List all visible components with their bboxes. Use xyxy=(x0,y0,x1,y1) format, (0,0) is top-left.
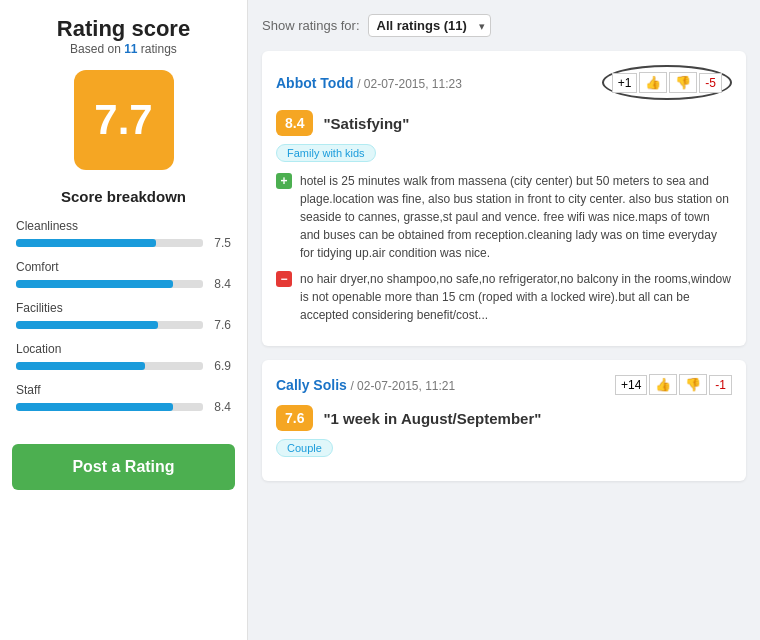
vote-minus-1: -1 xyxy=(709,375,732,395)
right-panel: Show ratings for: All ratings (11) Abbot… xyxy=(248,0,760,640)
bar-fill-cleanliness xyxy=(16,239,156,247)
reviewer-date-1: / 02-07-2015, 11:21 xyxy=(350,379,455,393)
score-breakdown-title: Score breakdown xyxy=(61,188,186,205)
breakdown-item-location: Location 6.9 xyxy=(16,342,231,373)
bar-track-comfort xyxy=(16,280,203,288)
vote-plus-1: +14 xyxy=(615,375,647,395)
bar-score-cleanliness: 7.5 xyxy=(209,236,231,250)
tag-row-0: Family with kids xyxy=(276,144,732,162)
bar-score-location: 6.9 xyxy=(209,359,231,373)
breakdown-label-cleanliness: Cleanliness xyxy=(16,219,231,233)
breakdown-label-location: Location xyxy=(16,342,231,356)
breakdown-item-comfort: Comfort 8.4 xyxy=(16,260,231,291)
thumbs-down-button-1[interactable]: 👎 xyxy=(679,374,707,395)
thumbs-down-button-0[interactable]: 👎 xyxy=(669,72,697,93)
subtitle-pre: Based on xyxy=(70,42,124,56)
filter-select[interactable]: All ratings (11) xyxy=(368,14,491,37)
breakdown-label-facilities: Facilities xyxy=(16,301,231,315)
pos-text-block-0: + hotel is 25 minutes walk from massena … xyxy=(276,172,732,262)
rating-title: Rating score xyxy=(57,16,190,42)
review-score-badge-1: 7.6 xyxy=(276,405,313,431)
neg-text-0: no hair dryer,no shampoo,no safe,no refr… xyxy=(300,270,732,324)
breakdown-item-staff: Staff 8.4 xyxy=(16,383,231,414)
vote-minus-0: -5 xyxy=(699,73,722,93)
score-box: 7.7 xyxy=(74,70,174,170)
vote-container-1: +14 👍 👎 -1 xyxy=(615,374,732,395)
subtitle-count: 11 xyxy=(124,42,137,56)
bar-track-staff xyxy=(16,403,203,411)
thumbs-up-button-0[interactable]: 👍 xyxy=(639,72,667,93)
bar-track-location xyxy=(16,362,203,370)
review-card-1: Cally Solis / 02-07-2015, 11:21 +14 👍 👎 … xyxy=(262,360,746,481)
breakdown-item-cleanliness: Cleanliness 7.5 xyxy=(16,219,231,250)
bar-track-cleanliness xyxy=(16,239,203,247)
thumbs-up-button-1[interactable]: 👍 xyxy=(649,374,677,395)
bar-score-staff: 8.4 xyxy=(209,400,231,414)
tag-row-1: Couple xyxy=(276,439,732,457)
filter-select-wrapper[interactable]: All ratings (11) xyxy=(368,14,491,37)
left-panel: Rating score Based on 11 ratings 7.7 Sco… xyxy=(0,0,248,640)
filter-bar: Show ratings for: All ratings (11) xyxy=(262,14,746,37)
review-score-row-0: 8.4 "Satisfying" xyxy=(276,110,732,136)
post-rating-button[interactable]: Post a Rating xyxy=(12,444,235,490)
breakdown-label-comfort: Comfort xyxy=(16,260,231,274)
bar-track-facilities xyxy=(16,321,203,329)
bar-fill-comfort xyxy=(16,280,173,288)
filter-label: Show ratings for: xyxy=(262,18,360,33)
bar-score-comfort: 8.4 xyxy=(209,277,231,291)
breakdown-item-facilities: Facilities 7.6 xyxy=(16,301,231,332)
review-score-badge-0: 8.4 xyxy=(276,110,313,136)
bar-score-facilities: 7.6 xyxy=(209,318,231,332)
tag-0: Family with kids xyxy=(276,144,376,162)
review-header-0: Abbot Todd / 02-07-2015, 11:23 +1 👍 👎 -5 xyxy=(276,65,732,100)
review-title-1: "1 week in August/September" xyxy=(323,410,541,427)
pos-icon-0: + xyxy=(276,173,292,189)
reviewer-name-date-0: Abbot Todd / 02-07-2015, 11:23 xyxy=(276,75,462,91)
pos-text-0: hotel is 25 minutes walk from massena (c… xyxy=(300,172,732,262)
bar-fill-facilities xyxy=(16,321,158,329)
reviewer-name-0: Abbot Todd xyxy=(276,75,354,91)
review-score-row-1: 7.6 "1 week in August/September" xyxy=(276,405,732,431)
score-number: 7.7 xyxy=(94,96,152,144)
vote-circle-0: +1 👍 👎 -5 xyxy=(602,65,732,100)
neg-icon-0: − xyxy=(276,271,292,287)
bar-fill-staff xyxy=(16,403,173,411)
rating-subtitle: Based on 11 ratings xyxy=(70,42,177,56)
review-card-0: Abbot Todd / 02-07-2015, 11:23 +1 👍 👎 -5… xyxy=(262,51,746,346)
subtitle-post: ratings xyxy=(138,42,177,56)
breakdown-label-staff: Staff xyxy=(16,383,231,397)
bar-fill-location xyxy=(16,362,145,370)
review-title-0: "Satisfying" xyxy=(323,115,409,132)
breakdown-list: Cleanliness 7.5 Comfort 8.4 Facilities xyxy=(12,219,235,424)
tag-1: Couple xyxy=(276,439,333,457)
review-header-1: Cally Solis / 02-07-2015, 11:21 +14 👍 👎 … xyxy=(276,374,732,395)
vote-plus-0: +1 xyxy=(612,73,638,93)
neg-text-block-0: − no hair dryer,no shampoo,no safe,no re… xyxy=(276,270,732,324)
reviewer-name-1: Cally Solis xyxy=(276,377,347,393)
reviewer-date-0: / 02-07-2015, 11:23 xyxy=(357,77,462,91)
reviewer-name-date-1: Cally Solis / 02-07-2015, 11:21 xyxy=(276,377,455,393)
